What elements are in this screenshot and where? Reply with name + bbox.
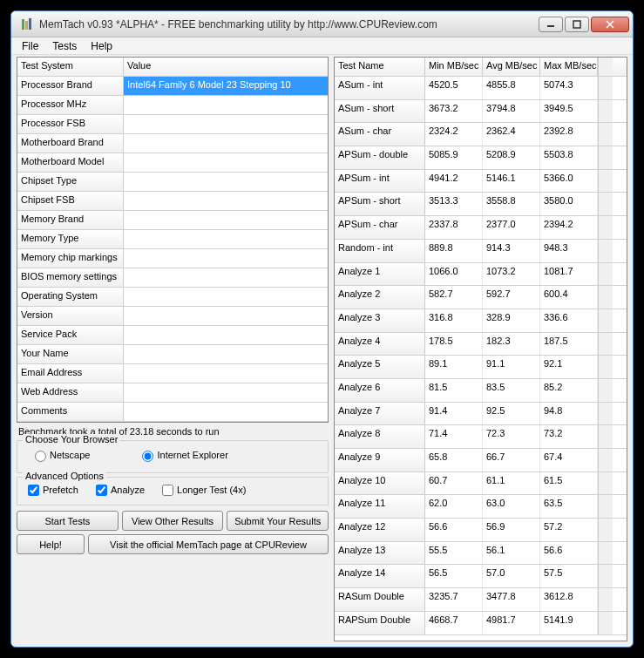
scrollbar-track[interactable] <box>598 449 613 471</box>
result-row[interactable]: Analyze 1162.063.063.5 <box>335 495 627 519</box>
help-button[interactable]: Help! <box>17 534 85 554</box>
scrollbar-track[interactable] <box>598 425 613 448</box>
system-row-value[interactable] <box>124 134 328 153</box>
system-row-value[interactable] <box>124 211 328 229</box>
system-row-value[interactable]: Intel64 Family 6 Model 23 Stepping 10 <box>124 77 328 95</box>
submit-results-button[interactable]: Submit Your Results <box>227 511 329 531</box>
system-row-value[interactable] <box>124 364 328 383</box>
scrollbar-track[interactable] <box>598 286 613 309</box>
result-row[interactable]: APSum - char2337.82377.02394.2 <box>335 216 627 240</box>
system-row-value[interactable] <box>124 192 328 210</box>
system-row[interactable]: Processor FSB <box>17 115 328 134</box>
minimize-button[interactable] <box>539 17 563 32</box>
result-row[interactable]: Analyze 2582.7592.7600.4 <box>335 286 627 309</box>
scrollbar-track[interactable] <box>598 356 613 378</box>
result-row[interactable]: Analyze 791.492.594.8 <box>335 403 627 426</box>
scrollbar-track[interactable] <box>598 100 613 123</box>
col-test-name[interactable]: Test Name <box>335 58 425 76</box>
result-row[interactable]: Analyze 1456.557.057.5 <box>335 565 627 588</box>
result-row[interactable]: Analyze 4178.5182.3187.5 <box>335 333 627 356</box>
system-row-value[interactable] <box>124 153 328 172</box>
radio-netscape[interactable]: Netscape <box>35 450 90 462</box>
result-row[interactable]: APSum - short3513.33558.83580.0 <box>335 193 627 216</box>
view-results-button[interactable]: View Other Results <box>122 511 224 531</box>
result-row[interactable]: ASum - int4520.54855.85074.3 <box>335 77 627 100</box>
result-row[interactable]: Analyze 589.191.192.1 <box>335 356 627 379</box>
system-row-value[interactable] <box>124 115 328 133</box>
start-tests-button[interactable]: Start Tests <box>17 511 119 531</box>
system-row[interactable]: Processor MHz <box>17 96 328 115</box>
scrollbar-track[interactable] <box>598 146 613 169</box>
system-row[interactable]: BIOS memory settings <box>17 268 328 288</box>
check-longer[interactable]: Longer Test (4x) <box>162 485 246 497</box>
scrollbar-track[interactable] <box>598 565 613 587</box>
system-row[interactable]: Motherboard Model <box>17 153 328 173</box>
scrollbar-track[interactable] <box>598 472 613 495</box>
visit-page-button[interactable]: Visit the official MemTach page at CPURe… <box>88 534 329 554</box>
maximize-button[interactable] <box>565 17 589 32</box>
system-row[interactable]: Email Address <box>17 364 328 383</box>
system-row[interactable]: Motherboard Brand <box>17 134 328 153</box>
scrollbar-track[interactable] <box>598 193 613 215</box>
titlebar[interactable]: MemTach v0.93 *ALPHA* - FREE benchmarkin… <box>11 11 633 37</box>
system-row[interactable]: Processor BrandIntel64 Family 6 Model 23… <box>17 77 328 96</box>
system-row-value[interactable] <box>124 345 328 363</box>
col-test-system[interactable]: Test System <box>17 58 124 76</box>
system-row[interactable]: Your Name <box>17 345 328 364</box>
result-row[interactable]: APSum - int4941.25146.15366.0 <box>335 170 627 193</box>
results-grid[interactable]: Test Name Min MB/sec Avg MB/sec Max MB/s… <box>334 57 627 641</box>
result-row[interactable]: Analyze 1256.656.957.2 <box>335 519 627 542</box>
scrollbar-track[interactable] <box>598 240 613 262</box>
system-row[interactable]: Operating System <box>17 288 328 307</box>
menu-tests[interactable]: Tests <box>45 38 84 54</box>
result-row[interactable]: ASum - short3673.23794.83949.5 <box>335 100 627 124</box>
system-row[interactable]: Memory Type <box>17 230 328 249</box>
check-prefetch[interactable]: Prefetch <box>28 485 78 497</box>
col-value[interactable]: Value <box>124 58 328 76</box>
system-row[interactable]: Memory chip markings <box>17 249 328 268</box>
result-row[interactable]: Analyze 1355.556.156.6 <box>335 542 627 566</box>
result-row[interactable]: ASum - char2324.22362.42392.8 <box>335 123 627 146</box>
result-row[interactable]: RASum Double3235.73477.83612.8 <box>335 588 627 612</box>
close-button[interactable] <box>591 17 629 32</box>
system-row[interactable]: Service Pack <box>17 326 328 345</box>
check-analyze[interactable]: Analyze <box>96 485 145 497</box>
system-row[interactable]: Comments <box>17 403 328 422</box>
scrollbar-track[interactable] <box>598 123 613 146</box>
system-row-value[interactable] <box>124 383 328 402</box>
system-row-value[interactable] <box>124 230 328 248</box>
system-info-grid[interactable]: Test System Value Processor BrandIntel64… <box>17 57 329 423</box>
system-row[interactable]: Chipset Type <box>17 173 328 192</box>
menu-help[interactable]: Help <box>84 38 119 54</box>
result-row[interactable]: Random - int889.8914.3948.3 <box>335 240 627 263</box>
result-row[interactable]: APSum - double5085.95208.95503.8 <box>335 146 627 170</box>
scrollbar-track[interactable] <box>598 542 613 565</box>
result-row[interactable]: Analyze 965.866.767.4 <box>335 449 627 472</box>
scrollbar-track[interactable] <box>598 379 613 402</box>
scrollbar-track[interactable] <box>598 588 613 611</box>
system-row-value[interactable] <box>124 307 328 325</box>
scrollbar-track[interactable] <box>598 612 613 634</box>
system-row-value[interactable] <box>124 326 328 344</box>
system-row[interactable]: Version <box>17 307 328 326</box>
result-row[interactable]: Analyze 871.472.373.2 <box>335 425 627 449</box>
menu-file[interactable]: File <box>15 38 45 54</box>
system-row-value[interactable] <box>124 173 328 191</box>
col-min[interactable]: Min MB/sec <box>425 58 483 76</box>
system-row-value[interactable] <box>124 268 328 287</box>
scrollbar-track[interactable] <box>598 309 613 332</box>
result-row[interactable]: Analyze 3316.8328.9336.6 <box>335 309 627 333</box>
scrollbar-track[interactable] <box>598 170 613 193</box>
scrollbar-track[interactable] <box>598 263 613 286</box>
result-row[interactable]: Analyze 11066.01073.21081.7 <box>335 263 627 287</box>
radio-ie[interactable]: Internet Explorer <box>142 450 227 462</box>
system-row-value[interactable] <box>124 288 328 306</box>
scrollbar-track[interactable] <box>598 519 613 541</box>
result-row[interactable]: Analyze 1060.761.161.5 <box>335 472 627 496</box>
result-row[interactable]: RAPSum Double4668.74981.75141.9 <box>335 612 627 635</box>
system-row[interactable]: Web Address <box>17 383 328 403</box>
system-row-value[interactable] <box>124 403 328 421</box>
scrollbar-track[interactable] <box>598 333 613 356</box>
system-row[interactable]: Chipset FSB <box>17 192 328 211</box>
result-row[interactable]: Analyze 681.583.585.2 <box>335 379 627 403</box>
